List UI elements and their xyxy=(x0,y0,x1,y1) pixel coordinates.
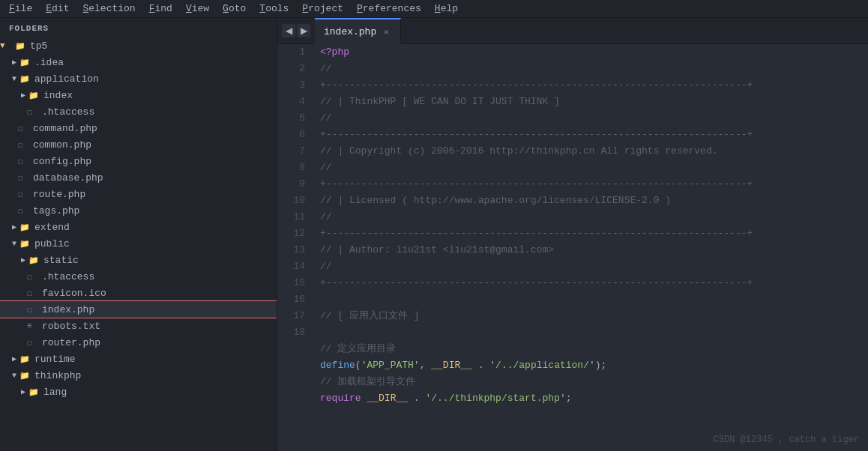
file-icon-robots: ≡ xyxy=(27,321,39,330)
file-icon-tags: ☐ xyxy=(18,206,30,216)
folder-arrow-idea: ▶ xyxy=(9,58,19,67)
tree-item-database-php[interactable]: ☐ database.php xyxy=(0,169,277,186)
file-icon-router: ☐ xyxy=(27,338,39,348)
tree-label-database-php: database.php xyxy=(33,172,103,184)
menu-goto[interactable]: Goto xyxy=(217,1,252,16)
file-icon-favicon: ☐ xyxy=(27,288,39,298)
tree-item-tags-php[interactable]: ☐ tags.php xyxy=(0,202,277,219)
editor-area: ◀ ▶ index.php ✕ 1 2 3 4 5 6 7 8 9 xyxy=(277,18,868,451)
menu-file[interactable]: File xyxy=(3,1,38,16)
tree-item-public[interactable]: ▼ 📁 public xyxy=(0,235,277,252)
tree-item-lang[interactable]: ▶ 📁 lang xyxy=(0,384,277,400)
menubar: File Edit Selection Find View Goto Tools… xyxy=(0,0,868,18)
tree-label-favicon: favicon.ico xyxy=(42,288,106,299)
folder-icon-tp5: 📁 xyxy=(15,41,27,51)
menu-selection[interactable]: Selection xyxy=(76,1,141,16)
tree-item-route-php[interactable]: ☐ route.php xyxy=(0,186,277,202)
tree-label-common-php: common.php xyxy=(33,139,91,151)
sidebar: FOLDERS ▼ 📁 tp5 ▶ 📁 .idea ▼ 📁 applicatio… xyxy=(0,18,277,451)
file-icon-common: ☐ xyxy=(18,140,30,150)
file-icon-htaccess2: ☐ xyxy=(27,272,39,282)
tree-label-public: public xyxy=(34,238,70,249)
watermark: CSDN @12345 , catch a tiger xyxy=(714,435,859,445)
tab-next-button[interactable]: ▶ xyxy=(297,24,310,37)
sidebar-header: FOLDERS xyxy=(0,18,277,37)
tree-item-index-php[interactable]: ☐ index.php xyxy=(0,301,277,318)
tree-label-robots: robots.txt xyxy=(42,321,100,332)
line-numbers: 1 2 3 4 5 6 7 8 9 10 11 12 13 14 15 16 1 xyxy=(277,44,311,451)
tab-label: index.php xyxy=(324,26,376,37)
menu-find[interactable]: Find xyxy=(143,1,178,16)
tree-label-extend: extend xyxy=(34,222,70,233)
tree-label-thinkphp: thinkphp xyxy=(34,370,81,381)
editor-wrapper: 1 2 3 4 5 6 7 8 9 10 11 12 13 14 15 16 1 xyxy=(277,44,868,451)
tree-label-htaccess2: .htaccess xyxy=(42,271,94,282)
menu-view[interactable]: View xyxy=(180,1,215,16)
folder-expand-icon: ▼ xyxy=(0,41,12,50)
tree-item-runtime[interactable]: ▶ 📁 runtime xyxy=(0,351,277,367)
tree-item-config-php[interactable]: ☐ config.php xyxy=(0,153,277,169)
tree-item-index[interactable]: ▶ 📁 index xyxy=(0,87,277,103)
folder-arrow-static: ▶ xyxy=(18,255,28,264)
file-icon-index-php: ☐ xyxy=(27,305,39,315)
file-tree: ▼ 📁 tp5 ▶ 📁 .idea ▼ 📁 application xyxy=(0,37,277,451)
folder-icon-index: 📁 xyxy=(28,91,40,100)
menu-preferences[interactable]: Preferences xyxy=(351,1,427,16)
tree-item-htaccess2[interactable]: ☐ .htaccess xyxy=(0,268,277,285)
code-editor[interactable]: <?php // +------------------------------… xyxy=(311,44,868,451)
folder-icon-thinkphp: 📁 xyxy=(19,371,31,381)
file-icon-route: ☐ xyxy=(18,190,30,199)
folder-icon-extend: 📁 xyxy=(19,223,31,232)
folder-icon-lang: 📁 xyxy=(28,387,40,397)
menu-tools[interactable]: Tools xyxy=(253,1,295,16)
tree-item-idea[interactable]: ▶ 📁 .idea xyxy=(0,54,277,70)
tree-label-tp5: tp5 xyxy=(30,40,47,52)
tree-label-idea: .idea xyxy=(34,57,64,68)
file-icon-command: ☐ xyxy=(18,124,30,133)
tree-label-runtime: runtime xyxy=(34,354,76,365)
folder-arrow-public: ▼ xyxy=(9,240,19,248)
tree-label-index: index xyxy=(43,90,73,101)
file-icon-htaccess1: ☐ xyxy=(27,107,39,117)
folder-arrow-index: ▶ xyxy=(18,91,28,100)
folder-icon-public: 📁 xyxy=(19,239,31,249)
menu-project[interactable]: Project xyxy=(296,1,349,16)
tree-item-command-php[interactable]: ☐ command.php xyxy=(0,120,277,136)
tab-close-button[interactable]: ✕ xyxy=(381,26,391,37)
tree-item-router-php[interactable]: ☐ router.php xyxy=(0,334,277,351)
folder-icon-idea: 📁 xyxy=(19,58,31,67)
code-container[interactable]: 1 2 3 4 5 6 7 8 9 10 11 12 13 14 15 16 1 xyxy=(277,44,868,451)
tree-label-lang: lang xyxy=(43,387,67,398)
tree-label-config-php: config.php xyxy=(33,156,91,167)
main-layout: FOLDERS ▼ 📁 tp5 ▶ 📁 .idea ▼ 📁 applicatio… xyxy=(0,18,868,451)
tab-index-php[interactable]: index.php ✕ xyxy=(315,18,401,44)
tree-label-route-php: route.php xyxy=(33,189,85,200)
folder-arrow-thinkphp: ▼ xyxy=(9,372,19,380)
tree-label-application: application xyxy=(34,73,99,85)
tree-label-command-php: command.php xyxy=(33,123,97,134)
tree-item-htaccess1[interactable]: ☐ .htaccess xyxy=(0,103,277,120)
folder-icon-application: 📁 xyxy=(19,74,31,84)
menu-help[interactable]: Help xyxy=(429,1,464,16)
tree-item-tp5[interactable]: ▼ 📁 tp5 xyxy=(0,37,277,54)
menu-edit[interactable]: Edit xyxy=(40,1,75,16)
tab-nav-buttons: ◀ ▶ xyxy=(277,24,315,37)
tree-label-static: static xyxy=(43,255,79,266)
file-icon-database: ☐ xyxy=(18,173,30,183)
tree-item-static[interactable]: ▶ 📁 static xyxy=(0,252,277,268)
tree-item-robots[interactable]: ≡ robots.txt xyxy=(0,318,277,334)
folder-arrow-runtime: ▶ xyxy=(9,354,19,363)
folder-arrow-extend: ▶ xyxy=(9,223,19,231)
tree-item-favicon[interactable]: ☐ favicon.ico xyxy=(0,285,277,301)
tree-label-tags-php: tags.php xyxy=(33,205,79,217)
tab-prev-button[interactable]: ◀ xyxy=(282,24,295,37)
tree-label-router-php: router.php xyxy=(42,337,100,348)
tree-item-application[interactable]: ▼ 📁 application xyxy=(0,70,277,87)
tree-item-common-php[interactable]: ☐ common.php xyxy=(0,136,277,153)
tree-label-htaccess1: .htaccess xyxy=(42,106,94,118)
tree-item-thinkphp[interactable]: ▼ 📁 thinkphp xyxy=(0,367,277,384)
tab-bar: ◀ ▶ index.php ✕ xyxy=(277,18,868,44)
tree-item-extend[interactable]: ▶ 📁 extend xyxy=(0,219,277,235)
folder-icon-runtime: 📁 xyxy=(19,354,31,364)
folder-arrow-application: ▼ xyxy=(9,75,19,83)
